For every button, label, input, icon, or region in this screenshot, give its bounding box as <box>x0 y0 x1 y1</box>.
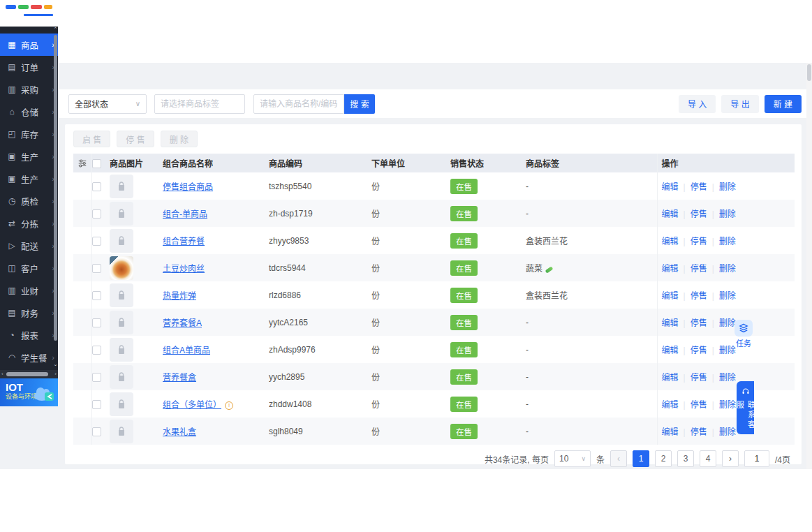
sidebar-item-purchase[interactable]: ▥采购› <box>0 78 58 101</box>
scroll-right-icon[interactable]: › <box>54 370 57 378</box>
delete-link[interactable]: 删除 <box>719 373 736 383</box>
sidebar-item-business-finance[interactable]: ▥业财› <box>0 279 58 302</box>
bulk-delete-button[interactable]: 删 除 <box>161 131 198 147</box>
edit-link[interactable]: 编辑 <box>662 346 679 355</box>
row-checkbox[interactable] <box>92 427 101 436</box>
row-checkbox[interactable] <box>92 346 101 355</box>
sidebar-item-goods[interactable]: ▦商品› <box>0 34 58 56</box>
sidebar-item-student-meal[interactable]: ◠学生餐› <box>0 346 58 369</box>
sidebar-item-delivery[interactable]: ▷配送› <box>0 235 58 257</box>
bulk-enable-sale-button[interactable]: 启 售 <box>73 131 110 147</box>
row-checkbox[interactable] <box>92 209 101 219</box>
stop-sale-link[interactable]: 停售 <box>691 373 707 383</box>
stop-sale-link[interactable]: 停售 <box>691 182 707 192</box>
sidebar-item-inventory[interactable]: ◰库存› <box>0 123 58 145</box>
row-checkbox[interactable] <box>92 264 101 273</box>
delete-link[interactable]: 删除 <box>719 237 736 246</box>
sidebar-item-reports[interactable]: ◔报表› <box>0 324 58 346</box>
select-all-checkbox[interactable] <box>92 159 101 168</box>
page-button-2[interactable]: 2 <box>655 450 672 467</box>
row-checkbox[interactable] <box>92 318 101 327</box>
tag-select-input[interactable] <box>154 94 245 114</box>
sidebar-item-customers[interactable]: ◫客户› <box>0 257 58 279</box>
page-jump-input[interactable] <box>744 450 769 467</box>
scroll-down-icon[interactable]: ⌄ <box>53 362 58 367</box>
order-unit: 份 <box>371 281 450 309</box>
delete-link[interactable]: 删除 <box>719 291 736 301</box>
edit-link[interactable]: 编辑 <box>662 264 679 274</box>
stop-sale-link[interactable]: 停售 <box>691 237 707 246</box>
create-button[interactable]: 新 建 <box>765 95 802 113</box>
sidebar-scrollbar[interactable]: ⌃ ⌄ <box>53 27 58 370</box>
product-name-link[interactable]: 土豆炒肉丝 <box>163 264 205 274</box>
edit-link[interactable]: 编辑 <box>662 209 679 219</box>
page-size-select[interactable]: 10 ∨ <box>554 450 591 467</box>
row-checkbox[interactable] <box>92 400 101 409</box>
product-name-link[interactable]: 水果礼盒 <box>163 427 196 437</box>
scroll-left-icon[interactable]: ‹ <box>1 370 3 378</box>
sidebar-item-sorting[interactable]: ⇄分拣› <box>0 212 58 235</box>
sidebar-item-quality[interactable]: ◷质检› <box>0 190 58 212</box>
sidebar-item-production-2[interactable]: ▣生产› <box>0 168 58 190</box>
stop-sale-link[interactable]: 停售 <box>691 346 707 355</box>
status-select[interactable]: 全部状态 ∨ <box>68 94 147 114</box>
column-settings-icon[interactable] <box>73 158 91 168</box>
page-button-3[interactable]: 3 <box>677 450 694 467</box>
product-name-link[interactable]: 组合（多单位） <box>163 400 221 410</box>
stop-sale-link[interactable]: 停售 <box>691 427 707 437</box>
stop-sale-link[interactable]: 停售 <box>691 291 707 301</box>
import-button[interactable]: 导 入 <box>679 95 716 113</box>
sidebar-hscrollbar[interactable]: ‹ › <box>0 370 58 378</box>
edit-link[interactable]: 编辑 <box>662 318 679 328</box>
export-button[interactable]: 导 出 <box>721 95 758 113</box>
scrollbar-thumb[interactable] <box>54 35 57 341</box>
stop-sale-link[interactable]: 停售 <box>691 209 707 219</box>
product-name-link[interactable]: 热量炸弹 <box>163 291 196 301</box>
page-scrollbar-thumb[interactable] <box>807 64 811 81</box>
iot-banner[interactable]: IOT 设备与环境 <box>0 378 58 406</box>
sidebar-item-finance[interactable]: ▤财务› <box>0 302 58 324</box>
product-name-link[interactable]: 停售组合商品 <box>163 182 213 192</box>
delete-link[interactable]: 删除 <box>719 182 736 192</box>
row-checkbox[interactable] <box>92 237 101 246</box>
sidebar-item-production-1[interactable]: ▣生产› <box>0 145 58 168</box>
stop-sale-link[interactable]: 停售 <box>691 318 707 328</box>
page-scrollbar[interactable] <box>806 63 812 469</box>
edit-link[interactable]: 编辑 <box>662 400 679 410</box>
edit-link[interactable]: 编辑 <box>662 291 679 301</box>
table-header-row: 商品图片 组合商品名称 商品编码 下单单位 销售状态 商品标签 操作 <box>73 154 795 172</box>
prev-page-button[interactable]: ‹ <box>610 450 627 467</box>
scroll-up-icon[interactable]: ⌃ <box>53 27 58 32</box>
edit-link[interactable]: 编辑 <box>662 427 679 437</box>
page-button-1[interactable]: 1 <box>633 450 649 467</box>
edit-link[interactable]: 编辑 <box>662 237 679 246</box>
report-icon: ◔ <box>6 330 17 340</box>
delete-link[interactable]: 删除 <box>719 427 736 437</box>
hscrollbar-thumb[interactable] <box>6 372 48 376</box>
stop-sale-link[interactable]: 停售 <box>691 264 707 274</box>
product-name-link[interactable]: 组合A单商品 <box>163 346 210 355</box>
edit-link[interactable]: 编辑 <box>662 373 679 383</box>
next-page-button[interactable]: › <box>722 450 739 467</box>
edit-link[interactable]: 编辑 <box>662 182 679 192</box>
stop-sale-link[interactable]: 停售 <box>691 400 707 410</box>
delete-link[interactable]: 删除 <box>719 209 736 219</box>
task-fab[interactable]: 任务 <box>732 320 755 348</box>
product-image-placeholder <box>110 392 133 416</box>
row-checkbox[interactable] <box>92 291 101 300</box>
delete-link[interactable]: 删除 <box>719 400 736 410</box>
delete-link[interactable]: 删除 <box>719 264 736 274</box>
sidebar-item-warehouse[interactable]: ⌂仓储› <box>0 101 58 123</box>
product-name-link[interactable]: 营养套餐A <box>163 318 202 328</box>
keyword-input[interactable] <box>253 94 344 114</box>
sidebar-item-orders[interactable]: ▤订单› <box>0 56 58 78</box>
row-checkbox[interactable] <box>92 182 101 191</box>
search-button[interactable]: 搜 索 <box>344 94 375 114</box>
page-button-4[interactable]: 4 <box>700 450 716 467</box>
contact-service-fab[interactable]: 联系客服 <box>737 381 754 434</box>
product-name-link[interactable]: 组合-单商品 <box>163 209 207 219</box>
row-checkbox[interactable] <box>92 373 101 382</box>
product-name-link[interactable]: 营养餐盒 <box>163 373 196 383</box>
bulk-stop-sale-button[interactable]: 停 售 <box>117 131 154 147</box>
product-name-link[interactable]: 组合营养餐 <box>163 237 205 246</box>
